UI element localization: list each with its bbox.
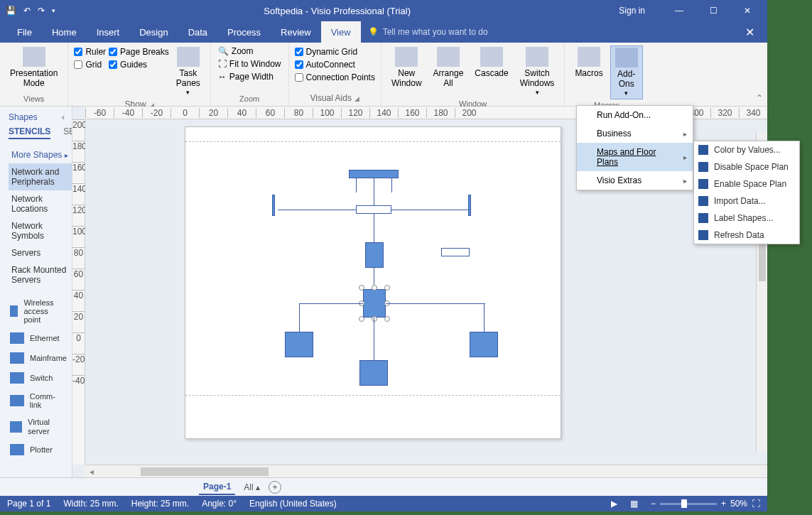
macros-button[interactable]: Macros [570,45,607,80]
macro-record-icon[interactable]: ▶ [611,499,617,509]
shape-ethernet[interactable]: Ethernet [9,330,68,347]
task-panes-button[interactable]: Task Panes▾ [172,45,205,98]
pagebreaks-checkbox[interactable]: Page Breaks [109,47,169,57]
status-language[interactable]: English (United States) [249,499,337,509]
tab-home[interactable]: Home [42,21,87,43]
visual-dialog-launcher[interactable]: ◢ [354,95,359,102]
guides-checkbox[interactable]: Guides [109,60,169,70]
tab-data[interactable]: Data [178,21,217,43]
tell-me-search[interactable]: 💡Tell me what you want to do [368,27,488,37]
shape-icon [10,395,24,406]
vertical-ruler[interactable]: 200180160140120100806040200-20-40 [72,119,85,465]
shape-comm-link[interactable]: Comm-link [9,389,68,412]
menu-label-shapes[interactable]: Label Shapes... [694,210,799,227]
title-bar: 💾 ↶ ↷ ▾ Softpedia - Visio Professional (… [0,0,767,21]
shapes-collapse-icon[interactable]: ‹ [62,112,65,122]
new-window-button[interactable]: New Window [387,45,426,90]
cascade-button[interactable]: Cascade [470,45,512,80]
tab-design[interactable]: Design [129,21,178,43]
dynamic-grid-checkbox[interactable]: Dynamic Grid [295,47,375,57]
stencil-item[interactable]: Network Locations [9,190,72,217]
zoom-button[interactable]: 🔍Zoom [217,45,283,57]
arrange-icon [437,47,460,67]
stencil-item[interactable]: Network and Peripherals [9,163,72,190]
menu-import-data[interactable]: Import Data... [694,193,799,210]
zoom-in-icon[interactable]: + [721,499,726,509]
diagram-shape[interactable] [285,332,313,357]
page-tabs: Page-1 All ▴ + [0,477,767,496]
diagram-shape[interactable] [359,360,388,386]
view-normal-icon[interactable]: ▦ [630,499,638,509]
save-icon[interactable]: 💾 [6,6,16,16]
connection-points-checkbox[interactable]: Connection Points [295,72,375,82]
page[interactable] [185,126,561,439]
add-ons-button[interactable]: Add- Ons▾ [610,45,643,99]
shape-wireless-ap[interactable]: Wireless access point [9,296,68,327]
undo-icon[interactable]: ↶ [23,6,31,16]
zoom-icon: 🔍 [218,46,229,56]
menu-disable-space-plan[interactable]: Disable Space Plan [694,158,799,175]
autoconnect-checkbox[interactable]: AutoConnect [295,60,375,70]
menu-maps-floorplans[interactable]: Maps and Floor Plans▸ [577,143,693,171]
addons-icon [615,48,638,67]
shapes-tabs: STENCILS SEARCH [9,126,72,139]
all-pages-button[interactable]: All ▴ [244,482,260,492]
zoom-slider[interactable]: − + 50% ⛶ [651,499,760,509]
stencil-item[interactable]: Rack Mounted Servers [9,261,72,288]
close-button[interactable]: ✕ [733,1,762,21]
stencil-item[interactable]: Network Symbols [9,217,72,244]
ruler-checkbox[interactable]: Ruler [74,47,106,57]
chevron-right-icon: ▸ [65,151,68,159]
diagram-shape[interactable] [468,195,471,216]
add-page-button[interactable]: + [269,481,281,494]
ribbon-close-icon[interactable]: ✕ [740,26,760,39]
menu-refresh-data[interactable]: Refresh Data [694,227,799,244]
search-tab[interactable]: SEARCH [63,126,72,139]
switch-windows-button[interactable]: Switch Windows▾ [516,45,559,98]
chevron-right-icon: ▸ [683,177,687,185]
tab-insert[interactable]: Insert [87,21,130,43]
maps-floorplans-submenu: Color by Values... Disable Space Plan En… [693,141,800,244]
zoom-level[interactable]: 50% [730,499,747,509]
fit-window-button[interactable]: ⛶Fit to Window [217,58,283,70]
more-shapes-item[interactable]: More Shapes ▸ [9,146,72,163]
shape-switch[interactable]: Switch [9,369,68,386]
grid-checkbox[interactable]: Grid [74,60,106,70]
page-tab[interactable]: Page-1 [199,479,235,495]
menu-color-by-values[interactable]: Color by Values... [694,141,799,158]
diagram-shape-selected[interactable] [363,289,386,318]
diagram-shape[interactable] [470,332,498,357]
tab-view[interactable]: View [321,21,361,43]
menu-business[interactable]: Business▸ [577,124,693,143]
shape-plotter[interactable]: Plotter [9,441,68,458]
tab-file[interactable]: File [7,21,42,43]
chevron-right-icon: ▸ [683,153,687,161]
status-height: Height: 25 mm. [131,499,189,509]
maximize-button[interactable]: ☐ [699,1,727,21]
diagram-shape[interactable] [272,195,275,216]
diagram-shape[interactable] [365,242,384,268]
visio-icon [698,179,708,189]
diagram-shape[interactable] [349,170,399,178]
arrange-all-button[interactable]: Arrange All [429,45,468,90]
page-width-button[interactable]: ↔Page Width [217,71,283,82]
fit-page-icon[interactable]: ⛶ [752,499,760,509]
shape-mainframe[interactable]: Mainframe [9,349,68,367]
presentation-mode-button[interactable]: Presentation Mode [6,45,62,90]
redo-icon[interactable]: ↷ [38,6,45,16]
menu-run-addon[interactable]: Run Add-On... [577,106,693,124]
collapse-ribbon-icon[interactable]: ⌃ [756,93,763,103]
minimize-button[interactable]: — [665,1,693,21]
sign-in-link[interactable]: Sign in [619,6,645,16]
tab-review[interactable]: Review [271,21,321,43]
menu-visio-extras[interactable]: Visio Extras▸ [577,171,693,190]
stencils-tab[interactable]: STENCILS [9,126,50,139]
stencil-item[interactable]: Servers [9,244,72,261]
horizontal-scrollbar[interactable]: ◂ [85,465,767,477]
shape-virtual-server[interactable]: Virtual server [9,415,68,438]
diagram-shape[interactable] [441,248,470,256]
diagram-shape[interactable] [356,205,391,214]
zoom-out-icon[interactable]: − [651,499,656,509]
tab-process[interactable]: Process [217,21,271,43]
menu-enable-space-plan[interactable]: Enable Space Plan [694,175,799,193]
